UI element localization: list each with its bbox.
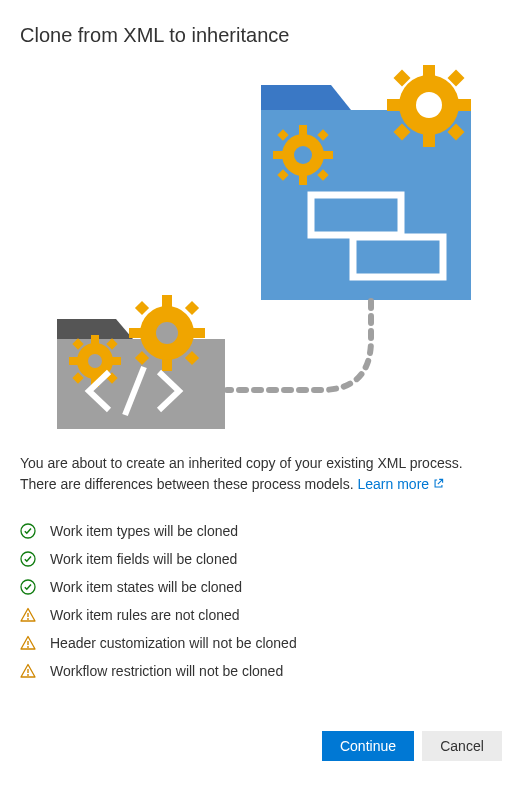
svg-rect-14 (273, 151, 283, 159)
svg-rect-27 (162, 359, 172, 371)
svg-point-21 (294, 146, 312, 164)
check-circle-icon (20, 551, 36, 567)
item-label: Workflow restriction will not be cloned (50, 663, 283, 679)
list-item: Work item rules are not cloned (20, 601, 502, 629)
svg-point-35 (156, 322, 178, 344)
dialog-description: You are about to create an inherited cop… (20, 453, 502, 495)
svg-rect-13 (299, 175, 307, 185)
migration-item-list: Work item types will be cloned Work item… (20, 517, 502, 685)
continue-button[interactable]: Continue (322, 731, 414, 761)
svg-marker-0 (261, 85, 351, 110)
list-item: Workflow restriction will not be cloned (20, 657, 502, 685)
list-item: Work item fields will be cloned (20, 545, 502, 573)
item-label: Work item types will be cloned (50, 523, 238, 539)
svg-point-11 (416, 92, 442, 118)
svg-rect-29 (193, 328, 205, 338)
learn-more-link[interactable]: Learn more (357, 476, 429, 492)
check-circle-icon (20, 579, 36, 595)
external-link-icon (433, 476, 444, 494)
check-circle-icon (20, 523, 36, 539)
clone-dialog: Clone from XML to inheritance (0, 0, 522, 785)
svg-rect-26 (162, 295, 172, 307)
item-label: Work item states will be cloned (50, 579, 242, 595)
item-label: Work item rules are not cloned (50, 607, 240, 623)
cancel-button[interactable]: Cancel (422, 731, 502, 761)
svg-rect-12 (299, 125, 307, 135)
svg-rect-31 (185, 301, 199, 315)
item-label: Work item fields will be cloned (50, 551, 237, 567)
svg-rect-5 (457, 99, 471, 111)
svg-rect-3 (423, 133, 435, 147)
dialog-buttons: Continue Cancel (20, 731, 502, 761)
list-item: Work item types will be cloned (20, 517, 502, 545)
svg-point-55 (27, 674, 29, 676)
warning-triangle-icon (20, 663, 36, 679)
svg-rect-38 (69, 357, 78, 365)
svg-rect-28 (129, 328, 141, 338)
svg-point-53 (27, 646, 29, 648)
item-label: Header customization will not be cloned (50, 635, 297, 651)
dialog-title: Clone from XML to inheritance (20, 24, 502, 47)
list-item: Header customization will not be cloned (20, 629, 502, 657)
warning-triangle-icon (20, 635, 36, 651)
svg-rect-15 (323, 151, 333, 159)
list-item: Work item states will be cloned (20, 573, 502, 601)
clone-illustration (31, 65, 491, 435)
svg-rect-36 (91, 335, 99, 344)
svg-point-45 (88, 354, 102, 368)
svg-rect-39 (112, 357, 121, 365)
svg-rect-30 (135, 301, 149, 315)
svg-rect-4 (387, 99, 401, 111)
svg-point-51 (27, 618, 29, 620)
warning-triangle-icon (20, 607, 36, 623)
